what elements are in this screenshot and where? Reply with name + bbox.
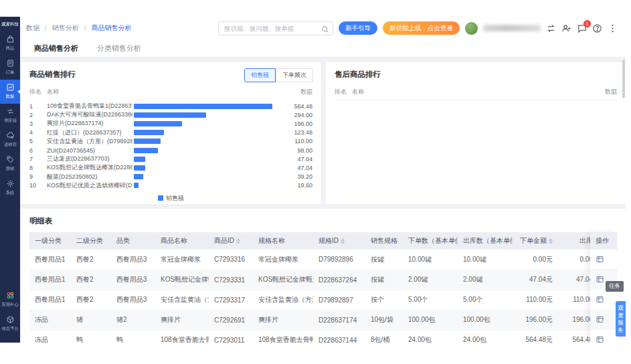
sidebar-item-营销[interactable]: 营销 [0,152,20,176]
search-icon[interactable] [321,24,329,32]
sidebar: 观麦科技 商品订单数据供应链进销存营销系统 应用中心信息平台 [0,17,20,343]
table-cell: 西餐用品1 [29,270,71,290]
order-icon [6,59,15,68]
column-header: 出库金 [558,232,590,250]
tab-category-sales-analysis[interactable]: 分类销售分析 [89,40,149,57]
breadcrumb-separator: / [45,25,47,32]
table-cell: 110.00元 [513,290,558,310]
table-cell: 猪2 [111,310,155,330]
search-input[interactable] [218,21,333,35]
table-cell: KOS甄想记金牌甄达椰浆 [253,270,313,290]
sidebar-item-商品[interactable]: 商品 [0,31,20,56]
detail-table-card: 明细表 一级分类二级分类品类商品名称商品ID规格名称规格ID销售规格下单数（基本… [21,209,626,343]
sort-icon[interactable] [236,238,240,244]
column-label: 品类 [116,237,130,244]
form-icon [596,255,604,264]
main-area: 数据 / 销售分析 / 商品销售分析 新手引导 新功能上线，点击查看 [20,17,626,343]
column-header: 二级分类 [71,232,111,250]
more-icon[interactable] [608,23,618,33]
column-header[interactable]: 规格ID [313,232,365,250]
table-cell: 常冠金牌椰浆 [155,250,209,270]
sidebar-item-订单[interactable]: 订单 [0,56,20,80]
sidebar-item-进销存[interactable]: 进销存 [0,128,20,152]
rank-number: 9 [29,173,47,180]
tab-product-sales-analysis[interactable]: 商品销售分析 [26,40,86,57]
empty-list-body [335,100,617,194]
row-action-button[interactable] [590,310,617,330]
column-header[interactable]: 出库数（基本单位） [458,232,513,250]
chart-legend: 销售额 [29,194,312,203]
table-cell: D228637144 [313,330,365,343]
table-cell: 564.48元 [513,330,558,343]
row-action-button[interactable] [590,250,617,270]
sidebar-item-label: 信息平台 [1,326,18,332]
vertical-scrollbar[interactable] [622,60,625,98]
sales-value: 564.48 [279,103,312,110]
column-label: 下单数（基本单位） [408,237,458,244]
sales-bar [134,139,161,144]
table-cell: 西餐2 [71,250,111,270]
sidebar-item-系统[interactable]: 系统 [0,176,20,200]
toggle-order-frequency[interactable]: 下单频次 [276,68,313,82]
table-cell: 5.00个 [458,290,513,310]
sidebar-bottom-items: 应用中心信息平台 [0,288,20,343]
sales-bar [134,104,272,109]
sales-bar [134,165,145,171]
column-header[interactable]: 下单数（基本单位） [403,232,458,250]
table-cell: C7292691 [209,310,253,330]
sidebar-item-label: 进销存 [4,142,17,148]
sales-bar [134,183,139,188]
column-header: 一级分类 [29,232,71,250]
breadcrumb-root[interactable]: 数据 [26,23,39,33]
table-cell: 196.00元 [558,310,590,330]
rank-number: 8 [29,165,47,171]
service-floating-tab[interactable]: 观麦服务 [616,301,626,337]
apps-icon [6,291,15,300]
new-feature-button[interactable]: 新功能上线，点击查看 [383,21,460,35]
task-floating-tag[interactable]: 任务 [606,281,624,292]
message-icon[interactable]: 1 [577,23,587,33]
table-cell: 196.00元 [513,310,558,330]
help-icon[interactable] [592,23,602,33]
action-column-header: 操作 [590,232,617,250]
table-cell: 鸭 [71,330,111,343]
tag-icon [6,155,15,164]
sidebar-item-数据[interactable]: 数据 [0,80,20,104]
table-cell: 564.48元 [558,330,590,343]
bar-track [134,104,275,109]
form-icon [596,315,604,324]
row-action-button[interactable] [590,330,617,343]
sidebar-item-应用中心[interactable]: 应用中心 [0,288,20,312]
product-name: 红提（进口）(D228637357) [47,128,132,137]
breadcrumb-current: 商品销售分析 [92,23,132,33]
invite-user-icon[interactable] [561,23,571,33]
sort-icon[interactable] [549,238,553,244]
toggle-sales-amount[interactable]: 销售额 [244,68,276,82]
column-header[interactable]: 商品ID [209,232,253,250]
table-cell: 猪 [71,310,111,330]
sidebar-item-label: 供应链 [4,118,17,124]
row-action-button[interactable] [590,290,617,310]
column-header: 销售规格 [365,232,403,250]
form-icon [596,275,604,284]
sort-icon[interactable] [341,238,345,244]
detail-table-title: 明细表 [29,216,617,226]
avatar[interactable] [465,22,478,35]
beginner-guide-button[interactable]: 新手引导 [339,21,377,35]
col-rank: 排名 [29,88,47,96]
message-badge: 1 [583,20,591,27]
sidebar-item-供应链[interactable]: 供应链 [0,104,20,128]
breadcrumb-section[interactable]: 销售分析 [52,23,79,33]
table-cell: 10.00罐 [403,250,458,270]
column-header[interactable]: 下单金额 [513,232,558,250]
table-cell: KOS甄想记金牌甄达椰浆 [155,270,209,290]
rank-row: 8KOS甄想记金牌甄达椰浆(D228637264)47.04 [29,163,312,172]
sidebar-item-信息平台[interactable]: 信息平台 [0,312,20,336]
sales-value: 98.00 [279,147,312,154]
form-icon [596,295,604,304]
detail-table-scroll[interactable]: 一级分类二级分类品类商品名称商品ID规格名称规格ID销售规格下单数（基本单位）出… [29,232,590,343]
product-name: 108食堂香脆去骨鸭掌1(D228637144) [47,102,132,110]
table-row: 西餐用品1西餐2西餐用品3KOS甄想记金牌甄达椰浆C7293331KOS甄想记金… [29,270,590,290]
switch-account-icon[interactable] [546,23,556,33]
bar-track [134,157,275,162]
